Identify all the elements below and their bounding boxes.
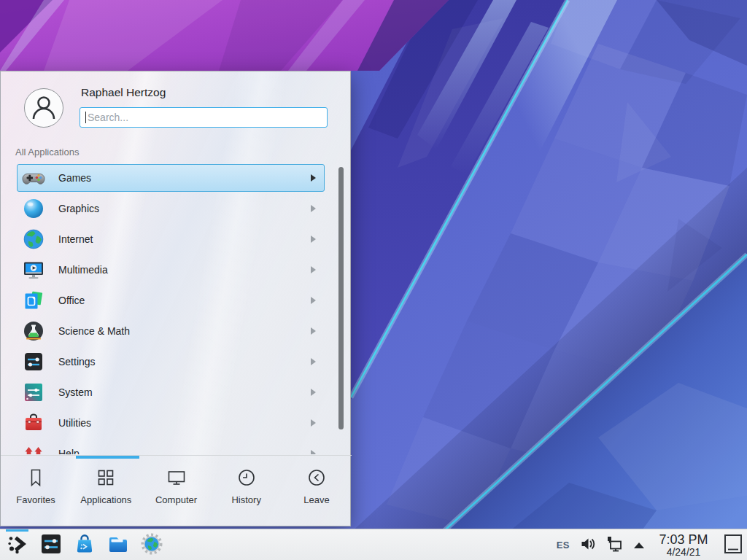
digital-clock[interactable]: 7:03 PM 4/24/21	[654, 533, 713, 558]
tab-leave[interactable]: Leave	[282, 461, 352, 522]
globe-icon	[22, 228, 45, 251]
tab-label: Favorites	[16, 494, 55, 505]
category-item-system[interactable]: System	[17, 378, 325, 406]
chevron-right-icon	[311, 327, 316, 335]
category-label: Graphics	[58, 203, 99, 214]
chevron-right-icon	[311, 297, 316, 304]
taskbar-apps	[4, 529, 165, 560]
user-avatar-icon	[24, 88, 63, 128]
system-sliders-icon	[22, 381, 45, 404]
tab-favorites[interactable]: Favorites	[1, 461, 71, 522]
document-icon	[22, 289, 45, 312]
category-label: Utilities	[58, 417, 91, 429]
folder-icon	[107, 532, 130, 559]
web-browser-button[interactable]	[139, 529, 165, 560]
chevron-right-icon	[311, 450, 316, 454]
leave-icon	[306, 467, 328, 489]
category-item-utilities[interactable]: Utilities	[17, 409, 325, 437]
category-item-science-math[interactable]: Science & Math	[17, 317, 325, 345]
tab-label: Applications	[80, 494, 131, 505]
volume-icon[interactable]	[580, 536, 596, 555]
category-label: Internet	[58, 233, 93, 245]
category-list: Games Graphics	[1, 163, 352, 454]
system-settings-button[interactable]	[38, 529, 64, 560]
expand-tray-icon[interactable]	[634, 542, 644, 548]
taskbar: ES 7:03 PM 4/2	[0, 529, 747, 560]
chevron-right-icon	[311, 236, 316, 243]
category-label: System	[58, 386, 93, 398]
active-task-indicator	[6, 529, 28, 532]
category-label: Games	[58, 172, 91, 184]
chevron-right-icon	[311, 205, 316, 212]
sliders-icon	[22, 350, 45, 373]
category-label: Multimedia	[58, 264, 108, 276]
tab-label: Leave	[303, 494, 329, 505]
bookmark-icon	[25, 467, 47, 489]
discover-button[interactable]	[71, 529, 98, 560]
search-input[interactable]	[80, 107, 328, 128]
show-desktop-icon[interactable]	[723, 532, 743, 559]
category-item-settings[interactable]: Settings	[17, 348, 325, 376]
launcher-tabbar: Favorites Applications	[1, 461, 352, 522]
text-cursor	[85, 112, 86, 123]
chevron-right-icon	[311, 419, 316, 427]
tab-history[interactable]: History	[212, 461, 282, 522]
section-label: All Applications	[15, 147, 79, 158]
category-label: Science & Math	[58, 325, 130, 337]
user-name: Raphael Hertzog	[81, 86, 166, 99]
globe-gear-icon	[140, 532, 163, 559]
file-manager-button[interactable]	[105, 529, 131, 560]
category-item-games[interactable]: Games	[17, 164, 325, 192]
grid-icon	[95, 467, 117, 489]
launcher-header: Raphael Hertzog	[1, 71, 350, 140]
category-item-multimedia[interactable]: Multimedia	[17, 256, 325, 284]
clock-date: 4/24/21	[654, 547, 713, 558]
category-item-office[interactable]: Office	[17, 287, 325, 314]
tab-computer[interactable]: Computer	[141, 461, 211, 522]
chevron-right-icon	[311, 174, 316, 182]
list-scrollbar[interactable]	[338, 167, 344, 429]
settings-sliders-icon	[39, 532, 63, 559]
category-item-internet[interactable]: Internet	[17, 225, 325, 253]
active-tab-indicator	[76, 456, 139, 459]
application-launcher-button[interactable]	[4, 529, 31, 560]
category-label: Settings	[58, 356, 96, 368]
system-tray: ES 7:03 PM 4/2	[557, 529, 743, 560]
desktop: Raphael Hertzog All Applications	[0, 0, 747, 560]
tab-applications[interactable]: Applications	[71, 461, 141, 522]
clock-icon	[236, 467, 258, 489]
help-icon	[22, 442, 45, 454]
application-launcher-menu: Raphael Hertzog All Applications	[0, 71, 351, 526]
monitor-icon	[166, 467, 187, 489]
flask-icon	[22, 319, 45, 343]
chevron-right-icon	[311, 389, 316, 396]
sphere-icon	[22, 197, 45, 220]
clock-time: 7:03 PM	[654, 533, 713, 547]
tab-label: History	[231, 494, 260, 505]
category-item-graphics[interactable]: Graphics	[17, 195, 325, 222]
gamepad-icon	[22, 166, 45, 190]
chevron-right-icon	[311, 358, 316, 365]
category-label: Office	[58, 295, 85, 306]
network-icon[interactable]	[606, 535, 624, 556]
category-label: Help	[58, 448, 80, 454]
category-item-help[interactable]: Help	[17, 440, 325, 454]
footer-divider	[1, 455, 352, 456]
tab-label: Computer	[155, 494, 197, 505]
monitor-play-icon	[22, 258, 45, 281]
chevron-right-icon	[311, 266, 316, 273]
shopping-bag-icon	[73, 532, 96, 559]
toolbox-icon	[22, 411, 45, 435]
keyboard-layout-indicator[interactable]: ES	[557, 540, 570, 551]
kickoff-icon	[6, 532, 29, 559]
